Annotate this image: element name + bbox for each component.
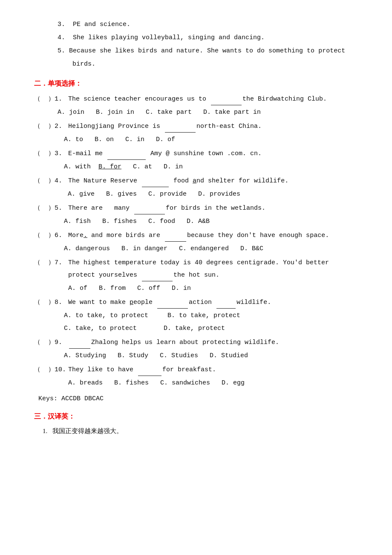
intro-item-5: 5. Because she likes birds and nature. S… <box>34 45 366 57</box>
section3-header: 三．汉译英： <box>34 410 366 423</box>
q5-options: A. fish B. fishes C. food D. A&B <box>34 216 366 227</box>
intro-item-5-cont: birds. <box>34 58 366 70</box>
section3-item-1: 1. 我国正变得越来越强大。 <box>34 425 366 437</box>
q8-options-b: C. take, to protect D. take, protect <box>34 323 366 334</box>
question-5: （ ） 5. There are many for birds in the w… <box>34 202 366 214</box>
question-10: （ ） 10. They like to have for breakfast. <box>34 364 366 376</box>
q3-options: A. with B. for C. at D. in <box>34 161 366 173</box>
q1-options: A. join B. join in C. take part D. take … <box>34 107 366 118</box>
intro-item-4: 4. She likes playing volleyball, singing… <box>34 32 366 43</box>
question-2: （ ） 2. Heilongjiang Province is north-ea… <box>34 121 366 133</box>
question-1: （ ） 1. The science teacher encourages us… <box>34 93 366 105</box>
answer-keys: Keys: ACCDB DBCAC <box>34 393 366 405</box>
q4-options: A. give B. gives C. provide D. provides <box>34 188 366 200</box>
q9-options: A. Studying B. Study C. Studies D. Studi… <box>34 350 366 361</box>
question-6: （ ） 6. More. and more birds are because … <box>34 230 366 242</box>
q10-options: A. breads B. fishes C. sandwiches D. egg <box>34 377 366 389</box>
question-7: （ ） 7. The highest temperature today is … <box>34 257 366 269</box>
q7-options: A. of B. from C. off D. in <box>34 283 366 294</box>
question-4: （ ） 4. The Nature Reserve food and shelt… <box>34 175 366 187</box>
q8-options-a: A. to take, to protect B. to take, prote… <box>34 310 366 321</box>
q7-line2: protect yourselves the hot sun. <box>34 269 366 281</box>
question-8: （ ） 8. We want to make people action wil… <box>34 297 366 309</box>
intro-item-3: 3. PE and science. <box>34 19 366 30</box>
question-9: （ ） 9. Zhalong helps us learn about prot… <box>34 337 366 349</box>
q6-options: A. dangerous B. in danger C. endangered … <box>34 243 366 254</box>
q2-options: A. to B. on C. in D. of <box>34 134 366 145</box>
section2-header: 二．单项选择： <box>34 78 366 90</box>
question-3: （ ） 3. E-mail me Amy @ sunshine town .co… <box>34 148 366 160</box>
